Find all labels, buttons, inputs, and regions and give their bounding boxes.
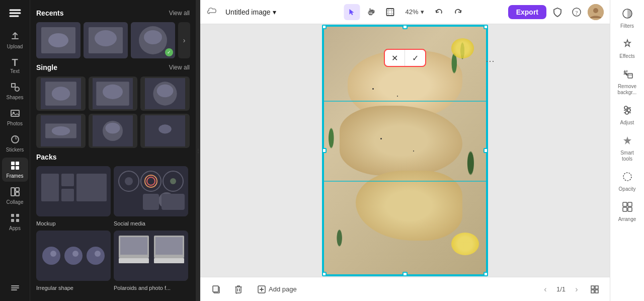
svg-rect-50 [61,174,74,186]
undo-btn[interactable] [431,4,447,20]
redo-btn[interactable] [450,4,466,20]
pack-irregular-thumb[interactable] [36,231,111,281]
pack-polaroid[interactable]: Polaroids and photo f... [114,231,188,292]
single-thumb-6[interactable] [140,114,190,148]
pack-irregular[interactable]: Irregular shape [36,231,111,292]
svg-rect-104 [628,202,632,206]
sidebar-item-upload[interactable]: Upload [2,28,28,52]
export-btn[interactable]: Export [508,5,546,19]
single-thumb-5[interactable] [89,114,138,148]
user-avatar[interactable] [588,4,604,20]
svg-rect-8 [11,162,15,165]
adjust-btn[interactable]: Adjust [613,101,642,130]
svg-rect-105 [623,207,627,211]
smart-tools-btn[interactable]: Smart tools [613,131,642,166]
single-thumb-2[interactable] [89,77,138,111]
sidebar-item-more[interactable] [2,279,28,297]
adjust-label: Adjust [620,120,634,126]
svg-point-102 [623,173,631,181]
opacity-btn[interactable]: Opacity [613,167,642,196]
zoom-control[interactable]: 42% ▾ [401,6,428,18]
sidebar-item-apps[interactable]: Apps [2,210,28,234]
toolbar-right: Export ? [508,4,604,20]
single-thumbnails-row1 [36,77,190,111]
canvas-area[interactable]: Page 1 ⋯ ✕ ✓ [200,24,610,277]
canvas-overflow-btn[interactable]: ⋯ [486,55,495,66]
arrange-btn[interactable]: Arrange [613,197,642,227]
select-tool-btn[interactable] [344,4,360,20]
title-dropdown-icon: ▾ [273,8,276,16]
frame-tool-btn[interactable] [382,4,398,20]
smart-tools-label: Smart tools [615,150,640,162]
effects-btn[interactable]: Effects [613,34,642,63]
page-navigation: ‹ 1/1 › [538,282,602,296]
next-page-btn[interactable]: › [570,282,584,296]
recents-next-btn[interactable]: › [178,22,190,58]
pack-mockup-thumb[interactable] [36,166,111,216]
sidebar-item-text[interactable]: T Text [2,54,28,77]
svg-rect-16 [16,214,19,217]
effects-label: Effects [619,53,634,59]
remove-bg-label: Remove backgr... [615,84,640,96]
recent-thumb-2[interactable] [84,22,128,58]
svg-rect-103 [623,202,627,206]
shield-btn[interactable] [549,4,566,20]
svg-point-101 [625,111,628,114]
single-thumb-4[interactable] [36,114,86,148]
svg-rect-14 [16,192,19,196]
lemon-1 [451,233,479,255]
add-page-btn[interactable]: Add page [253,282,302,296]
single-view-all[interactable]: View all [169,64,190,71]
document-title: Untitled image [225,8,271,16]
recents-view-all[interactable]: View all [169,10,190,17]
accept-crop-btn[interactable]: ✓ [405,50,425,66]
sidebar-item-collage[interactable]: Collage [2,184,28,208]
pack-mockup[interactable]: Mockup [36,166,111,228]
next-page-icon: › [575,285,578,294]
recent-thumb-1[interactable] [36,22,80,58]
pack-irregular-label: Irregular shape [36,285,73,291]
single-thumb-3[interactable] [140,77,190,111]
hand-tool-btn[interactable] [363,4,379,20]
cancel-crop-btn[interactable]: ✕ [385,50,405,66]
sidebar-item-frames[interactable]: Frames [2,158,28,182]
single-section-header: Single View all [36,63,190,71]
sidebar-item-shapes[interactable]: Shapes [2,79,28,103]
copy-page-btn[interactable] [208,281,224,297]
svg-rect-12 [11,188,15,196]
help-btn[interactable]: ? [569,4,585,20]
sidebar-item-photos[interactable]: Photos [2,105,28,129]
recent-thumb-3[interactable]: ✓ [131,22,175,58]
svg-rect-18 [16,219,19,222]
apps-icon [10,213,20,224]
svg-rect-63 [162,194,185,210]
svg-point-24 [48,33,68,47]
pack-social[interactable]: Social media [114,166,188,228]
shapes-icon [10,82,20,94]
pepper-1 [372,88,374,90]
filters-btn[interactable]: Filters [613,4,642,33]
remove-bg-btn[interactable]: Remove backgr... [613,64,642,100]
filters-icon [622,8,633,22]
selected-badge: ✓ [165,48,173,56]
svg-rect-19 [11,285,19,286]
app-logo[interactable] [6,4,24,22]
delete-page-btn[interactable] [230,281,247,297]
remove-bg-icon [622,68,633,82]
stickers-label: Stickers [6,147,24,153]
single-thumb-1[interactable] [36,77,86,111]
sidebar-item-stickers[interactable]: Stickers [2,131,28,156]
svg-rect-51 [61,189,74,201]
photos-label: Photos [7,121,23,126]
panel-resize-handle[interactable]: ⋮ [196,0,200,301]
zoom-level: 42% [405,8,418,16]
svg-point-36 [103,85,123,99]
pack-social-label: Social media [114,220,145,227]
document-title-btn[interactable]: Untitled image ▾ [221,6,280,18]
pack-social-thumb[interactable] [114,166,188,216]
prev-page-btn[interactable]: ‹ [538,282,552,296]
main-area: Untitled image ▾ 42% ▾ [200,0,610,301]
pack-polaroid-thumb[interactable] [114,231,188,281]
fit-to-screen-btn[interactable] [588,282,602,296]
arrange-label: Arrange [618,216,636,222]
